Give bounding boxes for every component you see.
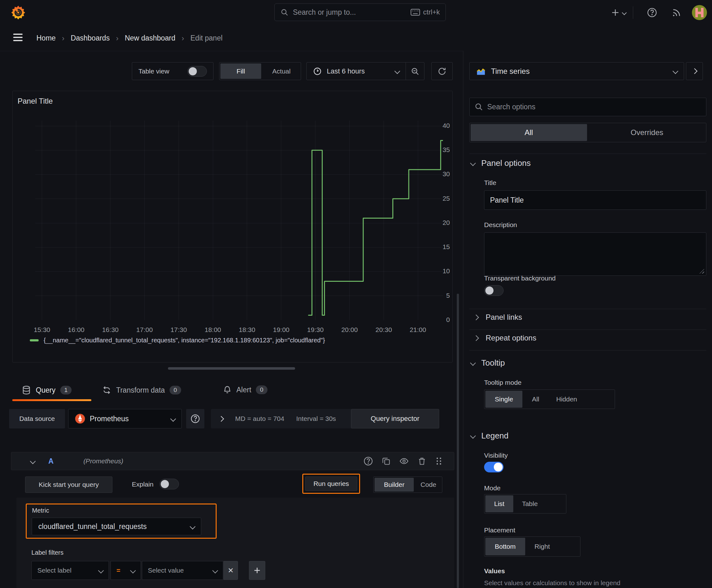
query-inspector-button[interactable]: Query inspector — [351, 409, 439, 428]
explain-label: Explain — [132, 481, 153, 488]
breadcrumb-edit-panel: Edit panel — [191, 34, 222, 42]
breadcrumb-home[interactable]: Home — [37, 34, 56, 42]
tooltip-mode-hidden[interactable]: Hidden — [549, 391, 585, 408]
rss-icon — [671, 7, 681, 18]
y-axis-tick: 20 — [434, 219, 450, 227]
breadcrumb-new-dashboard[interactable]: New dashboard — [125, 34, 175, 42]
table-view-control: Table view — [132, 62, 214, 80]
fill-actual-switch: Fill Actual — [219, 62, 301, 80]
visualization-picker[interactable]: Time series — [469, 62, 684, 80]
legend-label[interactable]: {__name__="cloudflared_tunnel_total_requ… — [44, 337, 325, 344]
x-axis-tick: 17:30 — [165, 326, 193, 334]
help-button[interactable] — [645, 6, 659, 19]
legend-visibility-toggle[interactable] — [484, 462, 503, 472]
tooltip-header[interactable]: Tooltip — [471, 358, 505, 368]
trash-icon[interactable] — [417, 457, 426, 465]
legend-mode-table[interactable]: Table — [515, 495, 545, 512]
panel-links-section[interactable]: Panel links — [471, 313, 522, 322]
kick-start-button[interactable]: Kick start your query — [25, 477, 112, 493]
placement-bottom[interactable]: Bottom — [486, 538, 525, 555]
legend-mode-list[interactable]: List — [486, 495, 513, 512]
datasource-picker[interactable]: Prometheus — [68, 409, 182, 428]
select-value-dropdown[interactable]: Select value — [142, 561, 223, 580]
query-ref-id: A — [48, 457, 54, 465]
table-view-toggle[interactable] — [188, 66, 207, 77]
refresh-button[interactable] — [431, 62, 453, 80]
query-options-row[interactable]: MD = auto = 704 Interval = 30s — [211, 409, 354, 428]
news-button[interactable] — [669, 6, 683, 19]
time-range-picker[interactable]: Last 6 hours — [307, 67, 406, 76]
operator-dropdown[interactable]: = — [110, 561, 141, 580]
visibility-label: Visibility — [484, 452, 508, 459]
plot-area[interactable] — [35, 121, 443, 320]
duplicate-icon[interactable] — [382, 457, 390, 465]
breadcrumb-dashboards[interactable]: Dashboards — [71, 34, 110, 42]
help-icon[interactable] — [364, 456, 373, 466]
drag-handle-icon[interactable] — [435, 457, 443, 465]
hide-response-icon[interactable] — [399, 456, 409, 466]
global-search-input[interactable]: Search or jump to... ctrl+k — [274, 3, 446, 21]
description-input[interactable] — [484, 232, 706, 276]
chart-legend[interactable]: {__name__="cloudflared_tunnel_total_requ… — [30, 337, 325, 344]
select-label-placeholder: Select label — [37, 567, 71, 574]
horizontal-scrollbar[interactable] — [168, 367, 295, 370]
placement-right[interactable]: Right — [527, 538, 558, 555]
vertical-scrollbar[interactable] — [457, 294, 459, 588]
add-filter-button[interactable] — [249, 561, 265, 580]
remove-filter-button[interactable]: ✕ — [223, 561, 238, 580]
legend-header[interactable]: Legend — [471, 431, 509, 441]
tooltip-mode-label: Tooltip mode — [484, 379, 521, 386]
panel-title-input[interactable] — [484, 190, 706, 210]
chart-panel[interactable]: Panel Title 0510152025303540 15:3016:001… — [12, 91, 453, 362]
y-axis-tick: 15 — [434, 243, 450, 251]
builder-code-switch: Builder Code — [373, 477, 442, 493]
tab-overrides[interactable]: Overrides — [589, 124, 706, 141]
repeat-options-section[interactable]: Repeat options — [471, 334, 536, 342]
chevron-down-icon — [170, 416, 176, 422]
grafana-logo-icon[interactable] — [11, 5, 26, 20]
avatar[interactable] — [692, 5, 707, 20]
options-search-input[interactable] — [469, 98, 706, 116]
builder-option[interactable]: Builder — [374, 478, 414, 491]
placement-label: Placement — [484, 526, 515, 534]
bell-icon — [223, 385, 232, 394]
visualization-label: Time series — [491, 67, 530, 76]
editor-tabs: Query 1 Transform data 0 Alert 0 — [12, 383, 454, 401]
run-queries-button[interactable]: Run queries — [305, 477, 357, 491]
plus-icon — [610, 8, 620, 17]
x-axis-tick: 16:30 — [96, 326, 124, 334]
metric-select[interactable]: cloudflared_tunnel_total_requests — [32, 518, 201, 535]
menu-toggle-icon[interactable] — [13, 34, 23, 41]
tab-alert[interactable]: Alert 0 — [223, 385, 267, 394]
collapse-pane-button[interactable] — [686, 62, 703, 80]
chevron-right-icon — [692, 68, 697, 74]
panel-options-header[interactable]: Panel options — [471, 158, 531, 168]
zoom-out-button[interactable] — [406, 63, 424, 80]
select-label-dropdown[interactable]: Select label — [31, 561, 109, 580]
query-row-header[interactable]: A (Prometheus) — [11, 452, 454, 470]
transparent-background-toggle[interactable] — [484, 285, 503, 296]
tooltip-title: Tooltip — [481, 358, 505, 368]
avatar-image — [695, 8, 704, 17]
database-icon — [22, 385, 31, 395]
x-axis-labels: 15:3016:0016:3017:0017:3018:0018:3019:00… — [13, 326, 453, 335]
search-icon — [474, 102, 483, 111]
x-axis-tick: 20:30 — [369, 326, 398, 334]
tooltip-mode-all[interactable]: All — [524, 391, 546, 408]
y-axis-tick: 10 — [434, 267, 450, 275]
actual-option[interactable]: Actual — [263, 63, 300, 79]
code-option[interactable]: Code — [416, 478, 441, 491]
fill-option[interactable]: Fill — [220, 63, 261, 79]
datasource-help-button[interactable] — [186, 409, 204, 428]
tab-query-count: 1 — [60, 386, 72, 395]
explain-toggle[interactable] — [159, 479, 179, 489]
keyboard-icon — [411, 9, 420, 16]
new-menu-button[interactable] — [608, 6, 628, 19]
tooltip-mode-switch: Single All Hidden — [484, 390, 615, 409]
x-axis-tick: 18:00 — [199, 326, 227, 334]
tooltip-mode-single[interactable]: Single — [486, 391, 522, 408]
nav-bar: Home › Dashboards › New dashboard › Edit… — [0, 25, 712, 51]
tab-query[interactable]: Query 1 — [22, 385, 71, 395]
tab-transform[interactable]: Transform data 0 — [102, 385, 181, 395]
tab-all[interactable]: All — [471, 124, 587, 141]
